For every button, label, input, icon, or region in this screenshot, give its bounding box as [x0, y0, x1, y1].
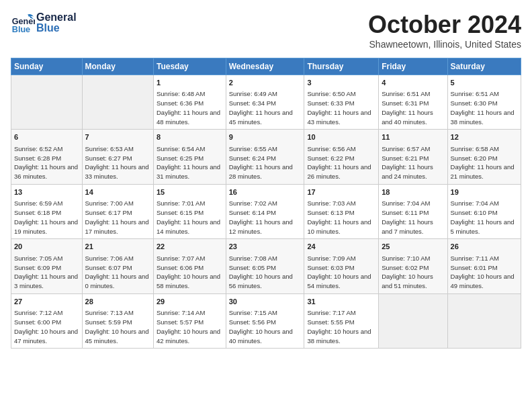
calendar-cell: 24Sunrise: 7:09 AM Sunset: 6:03 PM Dayli…	[304, 239, 379, 293]
day-number: 14	[85, 187, 150, 197]
day-number: 5	[451, 78, 518, 88]
day-detail: Sunrise: 7:09 AM Sunset: 6:03 PM Dayligh…	[307, 254, 375, 291]
month-title: October 2024	[368, 11, 521, 39]
day-detail: Sunrise: 7:01 AM Sunset: 6:15 PM Dayligh…	[157, 199, 223, 236]
day-detail: Sunrise: 6:53 AM Sunset: 6:27 PM Dayligh…	[85, 144, 150, 181]
calendar-cell: 30Sunrise: 7:15 AM Sunset: 5:56 PM Dayli…	[226, 293, 304, 348]
day-header-monday: Monday	[82, 58, 153, 75]
svg-text:Blue: Blue	[12, 25, 30, 34]
day-detail: Sunrise: 7:03 AM Sunset: 6:13 PM Dayligh…	[307, 199, 375, 236]
day-number: 4	[382, 78, 444, 88]
calendar-cell	[11, 75, 83, 130]
week-row-2: 6Sunrise: 6:52 AM Sunset: 6:28 PM Daylig…	[11, 130, 521, 184]
day-detail: Sunrise: 7:10 AM Sunset: 6:02 PM Dayligh…	[382, 254, 444, 291]
day-number: 15	[157, 187, 223, 197]
day-number: 31	[307, 297, 375, 307]
calendar-cell: 18Sunrise: 7:04 AM Sunset: 6:11 PM Dayli…	[379, 184, 447, 238]
calendar-cell: 17Sunrise: 7:03 AM Sunset: 6:13 PM Dayli…	[304, 184, 379, 238]
calendar-cell	[379, 293, 447, 348]
calendar-body: 1Sunrise: 6:48 AM Sunset: 6:36 PM Daylig…	[11, 75, 521, 349]
day-number: 13	[14, 187, 79, 197]
day-detail: Sunrise: 7:08 AM Sunset: 6:05 PM Dayligh…	[229, 254, 302, 291]
day-detail: Sunrise: 7:13 AM Sunset: 5:59 PM Dayligh…	[85, 308, 150, 345]
day-number: 18	[382, 187, 444, 197]
calendar-cell: 1Sunrise: 6:48 AM Sunset: 6:36 PM Daylig…	[154, 75, 226, 130]
day-header-friday: Friday	[379, 58, 447, 75]
calendar-cell: 7Sunrise: 6:53 AM Sunset: 6:27 PM Daylig…	[82, 130, 153, 184]
day-number: 20	[14, 242, 79, 252]
logo-general-text: General	[36, 12, 77, 23]
calendar-cell: 9Sunrise: 6:55 AM Sunset: 6:24 PM Daylig…	[226, 130, 304, 184]
day-detail: Sunrise: 6:49 AM Sunset: 6:34 PM Dayligh…	[229, 89, 302, 126]
day-detail: Sunrise: 6:48 AM Sunset: 6:36 PM Dayligh…	[157, 89, 223, 126]
logo-icon: General Blue	[11, 11, 35, 35]
day-detail: Sunrise: 7:11 AM Sunset: 6:01 PM Dayligh…	[451, 254, 518, 291]
calendar-cell: 6Sunrise: 6:52 AM Sunset: 6:28 PM Daylig…	[11, 130, 83, 184]
calendar-cell: 20Sunrise: 7:05 AM Sunset: 6:09 PM Dayli…	[11, 239, 83, 293]
day-detail: Sunrise: 7:02 AM Sunset: 6:14 PM Dayligh…	[229, 199, 302, 236]
location-subtitle: Shawneetown, Illinois, United States	[368, 39, 521, 50]
day-header-sunday: Sunday	[11, 58, 83, 75]
day-number: 30	[229, 297, 302, 307]
day-number: 2	[229, 78, 302, 88]
day-number: 19	[451, 187, 518, 197]
day-header-thursday: Thursday	[304, 58, 379, 75]
day-detail: Sunrise: 6:51 AM Sunset: 6:31 PM Dayligh…	[382, 89, 444, 126]
day-number: 7	[85, 132, 150, 142]
day-number: 6	[14, 132, 79, 142]
calendar-cell: 15Sunrise: 7:01 AM Sunset: 6:15 PM Dayli…	[154, 184, 226, 238]
page-header: General Blue General Blue October 2024 S…	[11, 11, 521, 50]
day-detail: Sunrise: 6:54 AM Sunset: 6:25 PM Dayligh…	[157, 144, 223, 181]
day-detail: Sunrise: 7:17 AM Sunset: 5:55 PM Dayligh…	[307, 308, 375, 345]
day-header-tuesday: Tuesday	[154, 58, 226, 75]
day-detail: Sunrise: 6:55 AM Sunset: 6:24 PM Dayligh…	[229, 144, 302, 181]
calendar-cell: 28Sunrise: 7:13 AM Sunset: 5:59 PM Dayli…	[82, 293, 153, 348]
calendar-cell: 19Sunrise: 7:04 AM Sunset: 6:10 PM Dayli…	[447, 184, 521, 238]
day-number: 22	[157, 242, 223, 252]
day-number: 9	[229, 132, 302, 142]
calendar-cell: 8Sunrise: 6:54 AM Sunset: 6:25 PM Daylig…	[154, 130, 226, 184]
day-detail: Sunrise: 6:56 AM Sunset: 6:22 PM Dayligh…	[307, 144, 375, 181]
calendar-cell: 21Sunrise: 7:06 AM Sunset: 6:07 PM Dayli…	[82, 239, 153, 293]
day-detail: Sunrise: 7:00 AM Sunset: 6:17 PM Dayligh…	[85, 199, 150, 236]
week-row-1: 1Sunrise: 6:48 AM Sunset: 6:36 PM Daylig…	[11, 75, 521, 130]
calendar-header: SundayMondayTuesdayWednesdayThursdayFrid…	[11, 58, 521, 75]
calendar-cell: 10Sunrise: 6:56 AM Sunset: 6:22 PM Dayli…	[304, 130, 379, 184]
day-detail: Sunrise: 7:05 AM Sunset: 6:09 PM Dayligh…	[14, 254, 79, 291]
day-number: 17	[307, 187, 375, 197]
header-row: SundayMondayTuesdayWednesdayThursdayFrid…	[11, 58, 521, 75]
calendar-cell: 16Sunrise: 7:02 AM Sunset: 6:14 PM Dayli…	[226, 184, 304, 238]
day-number: 16	[229, 187, 302, 197]
calendar-cell: 12Sunrise: 6:58 AM Sunset: 6:20 PM Dayli…	[447, 130, 521, 184]
day-number: 28	[85, 297, 150, 307]
calendar-cell: 27Sunrise: 7:12 AM Sunset: 6:00 PM Dayli…	[11, 293, 83, 348]
week-row-3: 13Sunrise: 6:59 AM Sunset: 6:18 PM Dayli…	[11, 184, 521, 238]
day-number: 11	[382, 132, 444, 142]
calendar-cell: 31Sunrise: 7:17 AM Sunset: 5:55 PM Dayli…	[304, 293, 379, 348]
day-detail: Sunrise: 7:07 AM Sunset: 6:06 PM Dayligh…	[157, 254, 223, 291]
day-detail: Sunrise: 6:50 AM Sunset: 6:33 PM Dayligh…	[307, 89, 375, 126]
day-detail: Sunrise: 7:15 AM Sunset: 5:56 PM Dayligh…	[229, 308, 302, 345]
calendar-cell: 2Sunrise: 6:49 AM Sunset: 6:34 PM Daylig…	[226, 75, 304, 130]
logo-name: General Blue	[36, 12, 77, 34]
calendar-table: SundayMondayTuesdayWednesdayThursdayFrid…	[11, 58, 521, 349]
calendar-cell: 29Sunrise: 7:14 AM Sunset: 5:57 PM Dayli…	[154, 293, 226, 348]
day-number: 26	[451, 242, 518, 252]
day-header-wednesday: Wednesday	[226, 58, 304, 75]
day-detail: Sunrise: 7:12 AM Sunset: 6:00 PM Dayligh…	[14, 308, 79, 345]
calendar-cell	[447, 293, 521, 348]
logo-blue-text: Blue	[36, 23, 77, 34]
day-detail: Sunrise: 6:57 AM Sunset: 6:21 PM Dayligh…	[382, 144, 444, 181]
calendar-cell: 26Sunrise: 7:11 AM Sunset: 6:01 PM Dayli…	[447, 239, 521, 293]
calendar-cell: 4Sunrise: 6:51 AM Sunset: 6:31 PM Daylig…	[379, 75, 447, 130]
day-number: 1	[157, 78, 223, 88]
day-number: 29	[157, 297, 223, 307]
day-detail: Sunrise: 6:58 AM Sunset: 6:20 PM Dayligh…	[451, 144, 518, 181]
logo: General Blue General Blue	[11, 11, 77, 35]
day-detail: Sunrise: 6:52 AM Sunset: 6:28 PM Dayligh…	[14, 144, 79, 181]
day-detail: Sunrise: 7:06 AM Sunset: 6:07 PM Dayligh…	[85, 254, 150, 291]
day-detail: Sunrise: 7:14 AM Sunset: 5:57 PM Dayligh…	[157, 308, 223, 345]
calendar-cell	[82, 75, 153, 130]
day-detail: Sunrise: 7:04 AM Sunset: 6:10 PM Dayligh…	[451, 199, 518, 236]
calendar-cell: 13Sunrise: 6:59 AM Sunset: 6:18 PM Dayli…	[11, 184, 83, 238]
